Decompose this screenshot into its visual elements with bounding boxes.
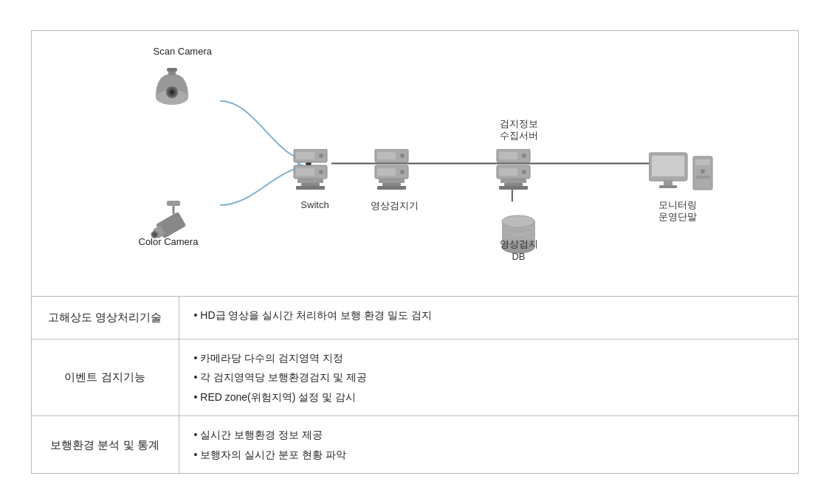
svg-point-20: [319, 153, 323, 158]
svg-rect-24: [297, 179, 323, 183]
monitor-icon: [649, 149, 715, 199]
row-header-high-res: 고해상도 영상처리기술: [32, 297, 179, 339]
diagram-inner: Scan Camera Color Camera: [32, 38, 798, 289]
diagram-section: Scan Camera Color Camera: [32, 31, 798, 297]
svg-rect-35: [377, 186, 406, 190]
svg-rect-44: [499, 186, 528, 190]
svg-rect-19: [296, 152, 314, 159]
detector-label: 영상검지기: [370, 199, 420, 213]
detector-icon: [371, 149, 412, 199]
server-label: 검지정보 수집서버: [489, 118, 548, 143]
svg-rect-53: [659, 185, 677, 188]
scan-camera-icon: [146, 59, 198, 114]
svg-rect-22: [296, 168, 314, 176]
svg-point-41: [522, 170, 526, 174]
svg-rect-26: [296, 186, 325, 190]
db-label: 영상검지 DB: [489, 238, 548, 262]
list-item: 실시간 보행환경 정보 제공: [194, 425, 783, 445]
svg-rect-42: [501, 179, 526, 183]
table-row-analysis: 보행환경 분석 및 통계 실시간 보행환경 정보 제공 보행자의 실시간 분포 …: [32, 416, 798, 473]
color-camera-icon: [146, 201, 202, 245]
svg-rect-57: [695, 176, 710, 179]
table-section: 고해상도 영상처리기술 HD급 영상을 실시간 처리하여 보행 환경 밀도 검지…: [32, 297, 798, 474]
svg-point-46: [502, 215, 534, 227]
svg-point-23: [319, 170, 323, 174]
svg-rect-40: [499, 168, 517, 176]
monitor-label: 모니터링 운영단말: [644, 199, 711, 224]
main-container: Scan Camera Color Camera: [31, 30, 799, 474]
svg-rect-11: [167, 68, 177, 72]
svg-rect-28: [377, 152, 396, 159]
row-header-event: 이벤트 검지기능: [32, 339, 179, 416]
svg-rect-34: [382, 183, 401, 186]
table-row-event: 이벤트 검지기능 카메라당 다수의 검지영역 지정 각 검지영역당 보행환경검지…: [32, 339, 798, 417]
row-header-analysis: 보행환경 분석 및 통계: [32, 416, 179, 473]
svg-rect-25: [301, 183, 320, 186]
server-icon: [493, 149, 534, 199]
list-item: 각 검지영역당 보행환경검지 및 제공: [194, 367, 783, 387]
row-content-analysis: 실시간 보행환경 정보 제공 보행자의 실시간 분포 현황 파악: [179, 416, 798, 473]
list-item: 보행자의 실시간 분포 현황 파악: [194, 445, 783, 465]
svg-point-9: [171, 91, 173, 94]
list-item: HD급 영상을 실시간 처리하여 보행 환경 밀도 검지: [194, 305, 783, 325]
svg-point-56: [701, 169, 705, 173]
svg-rect-31: [377, 168, 396, 176]
svg-rect-33: [379, 179, 405, 183]
svg-rect-17: [167, 201, 180, 206]
row-content-high-res: HD급 영상을 실시간 처리하여 보행 환경 밀도 검지: [179, 297, 798, 339]
svg-rect-37: [499, 152, 517, 159]
row-content-event: 카메라당 다수의 검지영역 지정 각 검지영역당 보행환경검지 및 제공 RED…: [179, 339, 798, 416]
svg-rect-43: [504, 183, 523, 186]
svg-point-38: [522, 153, 526, 158]
list-item: 카메라당 다수의 검지영역 지정: [194, 348, 783, 368]
scan-camera-label: Scan Camera: [154, 46, 212, 57]
switch-icon: [290, 149, 331, 199]
svg-rect-55: [695, 159, 710, 165]
list-item: RED zone(위험지역) 설정 및 감시: [194, 387, 783, 407]
table-row-high-res: 고해상도 영상처리기술 HD급 영상을 실시간 처리하여 보행 환경 밀도 검지: [32, 297, 798, 339]
svg-point-32: [400, 170, 405, 174]
svg-rect-52: [664, 181, 673, 185]
switch-label: Switch: [293, 199, 337, 210]
svg-point-29: [400, 153, 405, 158]
svg-rect-51: [652, 156, 684, 176]
